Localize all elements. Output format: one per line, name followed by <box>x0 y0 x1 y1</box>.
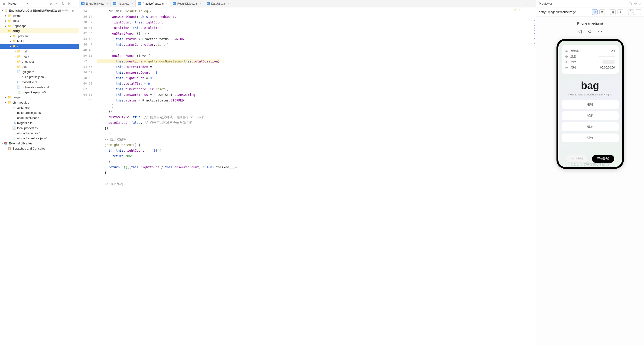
close-icon[interactable]: × <box>106 2 108 5</box>
inspect-icon[interactable]: ◎ <box>592 9 598 15</box>
editor-tabs: etsEntryAbility.ets× etsIndex.ets× etsPr… <box>79 0 536 8</box>
start-button[interactable]: 开始测试 <box>592 155 614 163</box>
count-icon: ⊕ <box>565 60 568 64</box>
tree-file-gitignore-r[interactable]: 📄.gitignore <box>0 105 79 110</box>
project-icon: ▦ <box>2 2 6 6</box>
tree-folder-mock[interactable]: ▸📁mock <box>0 54 79 59</box>
tab-resultdialog[interactable]: etsResultDialog.ets× <box>170 0 204 8</box>
minimap[interactable] <box>533 8 536 346</box>
expand-icon[interactable]: ≡ <box>54 2 59 6</box>
option-3[interactable]: 橡皮 <box>562 122 619 131</box>
tree-file-ohpkglock[interactable]: ⬚oh-package-lock.json5 <box>0 136 79 141</box>
entry-path: entry : /pages/PracticePage <box>539 10 590 14</box>
tree-file-obfuscation[interactable]: 📄obfuscation-rules.txt <box>0 84 79 90</box>
expand-icon[interactable]: ⤢ <box>639 2 641 5</box>
close-icon[interactable]: × <box>228 2 230 5</box>
project-selector[interactable]: Project <box>8 2 24 5</box>
chevron-down-icon[interactable]: ▾ <box>25 2 30 6</box>
progress-bar <box>599 56 615 57</box>
preview-stage: Phone (medium) ◁ ⟲ ⋯ ◎准确率0% ◐进度 ⊕个数3 ◷用时… <box>536 17 644 346</box>
option-1[interactable]: 书籍 <box>562 100 619 109</box>
search-icon[interactable]: ⌕ <box>636 9 641 15</box>
device-label: Phone (medium) <box>577 21 603 25</box>
locate-icon[interactable]: ⊕ <box>48 2 53 6</box>
stop-button[interactable]: 停止测试 <box>566 155 589 163</box>
tab-practicepage[interactable]: etsPracticePage.ets× <box>136 0 170 8</box>
more-icon[interactable]: ⋯ <box>598 28 602 34</box>
tree-folder-ohostest[interactable]: ▸📁ohosTest <box>0 59 79 64</box>
tree-file-ohpkg-r[interactable]: ⬚oh-package.json5 <box>0 130 79 136</box>
tree-file-codelinter[interactable]: ⬚code-linter.json5 <box>0 115 79 120</box>
back-icon[interactable]: ◁ <box>578 28 582 34</box>
close-icon[interactable]: × <box>166 2 168 5</box>
action-buttons: 停止测试 开始测试 <box>562 155 619 164</box>
phone-screen[interactable]: ◎准确率0% ◐进度 ⊕个数3 ◷用时00:00:00.00 bag I lov… <box>558 41 622 167</box>
tree-file-hvigorfile-e[interactable]: TShvigorfile.ts <box>0 80 79 84</box>
project-header: ▦ Project ▾ ⊕ ≡ ⇅ ⚙ — <box>0 0 79 8</box>
grid-icon[interactable]: ▦ <box>610 9 616 15</box>
tree-file-gitignore-e[interactable]: 📄.gitignore <box>0 69 79 74</box>
phone-frame: ◎准确率0% ◐进度 ⊕个数3 ◷用时00:00:00.00 bag I lov… <box>556 39 624 169</box>
chevron-down-icon[interactable]: ▾ <box>618 9 623 15</box>
previewer-header: Previewer Tт ⟳ ⤢ <box>536 0 644 8</box>
close-icon[interactable]: × <box>200 2 202 5</box>
rotate-icon[interactable]: ⟲ <box>588 28 592 34</box>
previewer-panel: Previewer Tт ⟳ ⤢ entry : /pages/Practice… <box>536 0 644 346</box>
project-panel: ▦ Project ▾ ⊕ ≡ ⇅ ⚙ — ▾▢EnglishWordCar [… <box>0 0 79 346</box>
tree-folder-src[interactable]: ▾📁src <box>0 44 79 49</box>
tree-root[interactable]: ▾▢EnglishWordCar [EnglishWordCard]~/zdp/… <box>0 8 79 13</box>
options-list: 书籍 铅笔 橡皮 背包 <box>562 100 619 142</box>
project-tree[interactable]: ▾▢EnglishWordCar [EnglishWordCard]~/zdp/… <box>0 8 79 346</box>
fullscreen-icon[interactable]: ⛶ <box>628 9 634 15</box>
inspection-badge[interactable]: ⚠2˄˅ <box>514 8 526 12</box>
tree-folder-build[interactable]: ▸📁build <box>0 38 79 44</box>
close-icon[interactable]: × <box>132 2 133 5</box>
code-editor[interactable]: ⚠2˄˅ 34 35 36 37 38 39 40 41 42 43 44 45… <box>79 8 536 346</box>
tree-folder-idea[interactable]: ▸📁.idea <box>0 18 79 23</box>
previewer-subheader: entry : /pages/PracticePage ◎ ≋ ▦ ▾ ⛶ ⌕ <box>536 8 644 17</box>
word-area: bag I love to read a good book every nig… <box>562 78 619 100</box>
tree-folder-preview[interactable]: ▸📁.preview <box>0 34 79 38</box>
line-gutter: 34 35 36 37 38 39 40 41 42 43 44 45 46 4… <box>79 8 97 346</box>
chevron-down-icon[interactable]: ⌄ <box>526 2 528 5</box>
target-icon: ◎ <box>565 49 568 52</box>
tree-folder-hvigor-f[interactable]: ▸📁hvigor <box>0 95 79 100</box>
layers-icon[interactable]: ≋ <box>600 9 605 15</box>
tree-file-buildprofile-r[interactable]: ⬚build-profile.json5 <box>0 110 79 115</box>
tree-file-localprops[interactable]: 📊local.properties <box>0 126 79 130</box>
tree-folder-hvigor[interactable]: ▸📁.hvigor <box>0 13 79 18</box>
settings-icon[interactable]: ⚙ <box>67 2 71 6</box>
collapse-icon[interactable]: ⇅ <box>60 2 65 6</box>
option-4[interactable]: 背包 <box>562 134 619 142</box>
tree-folder-test[interactable]: ▸📁test <box>0 64 79 69</box>
tree-scratches[interactable]: 📋Scratches and Consoles <box>0 146 79 151</box>
tree-folder-ohmodules[interactable]: ▸📁oh_modules <box>0 100 79 105</box>
refresh-icon[interactable]: ⟳ <box>634 2 637 5</box>
stats-card: ◎准确率0% ◐进度 ⊕个数3 ◷用时00:00:00.00 <box>562 45 619 74</box>
progress-icon: ◐ <box>565 55 568 58</box>
chevron-down-icon[interactable]: ˅ <box>525 8 526 12</box>
tab-dateutil[interactable]: etsDateUtil.ets× <box>204 0 232 8</box>
text-icon[interactable]: Tт <box>629 2 632 5</box>
tree-file-buildprofile-e[interactable]: ⬚build-profile.json5 <box>0 74 79 80</box>
tree-folder-appscope[interactable]: ▸📁AppScope <box>0 23 79 28</box>
chevron-up-icon[interactable]: ˄ <box>522 8 523 12</box>
code-content[interactable]: builder: ResultDialog({ answeredCount: t… <box>97 8 533 346</box>
tree-file-hvigorfile-r[interactable]: TShvigorfile.ts <box>0 120 79 126</box>
tree-folder-main[interactable]: ▸📁main <box>0 49 79 54</box>
tree-extlibs[interactable]: ▸📚External Libraries <box>0 141 79 146</box>
tab-index[interactable]: etsIndex.ets× <box>111 0 136 8</box>
more-icon[interactable]: ⋮ <box>530 2 534 5</box>
hide-icon[interactable]: — <box>73 2 77 6</box>
option-2[interactable]: 铅笔 <box>562 111 619 120</box>
tree-folder-entry[interactable]: ▾📁entry <box>0 28 79 34</box>
tab-entryability[interactable]: etsEntryAbility.ets× <box>79 0 111 8</box>
sentence-text: I love to read a good book every night. <box>562 93 619 96</box>
clock-icon: ◷ <box>565 66 568 69</box>
count-pill[interactable]: 3 <box>602 60 615 64</box>
previewer-title: Previewer <box>539 2 552 5</box>
tree-file-ohpackage-e[interactable]: ⬚oh-package.json5 <box>0 90 79 95</box>
editor-panel: etsEntryAbility.ets× etsIndex.ets× etsPr… <box>79 0 536 346</box>
word-text: bag <box>562 80 619 91</box>
